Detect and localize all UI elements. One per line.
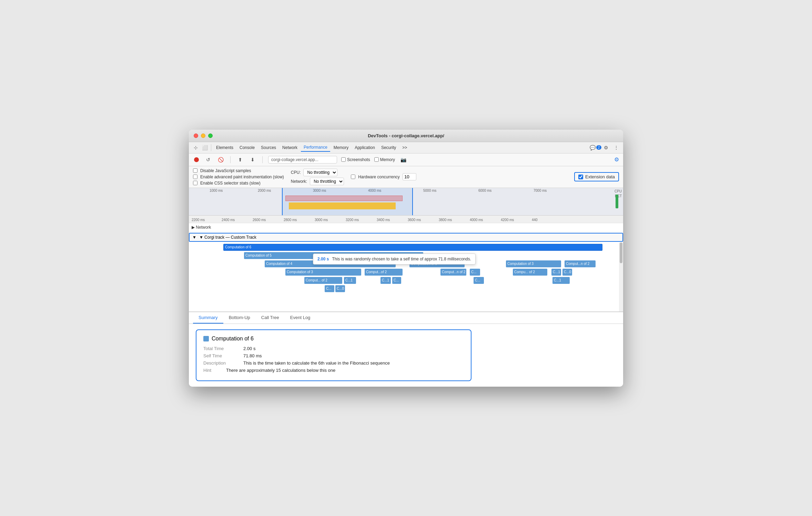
flame-block-r5-3[interactable]: C...1 <box>380 277 391 284</box>
hint-key: Hint <box>203 368 221 373</box>
tooltip: 2.00 s This is was randomly chosen to ta… <box>313 254 476 265</box>
tab-summary[interactable]: Summary <box>193 312 223 324</box>
network-track-row: ▶ Network <box>189 223 623 232</box>
network-option-label: Network: <box>291 179 307 184</box>
network-option: Network: No throttling <box>291 178 344 185</box>
flame-row-5: Comput... of 2 C...1 C...1 C... C... C..… <box>223 277 623 285</box>
hardware-value[interactable] <box>403 173 416 180</box>
rl-440: 440 <box>532 218 538 222</box>
disable-js-checkbox[interactable] <box>193 168 197 173</box>
tooltip-time: 2.00 s <box>317 257 329 261</box>
timeline-selection[interactable] <box>282 188 413 215</box>
flame-block-comp2a[interactable]: Comput...n of 2 <box>565 260 596 267</box>
vertical-scrollbar[interactable] <box>619 242 623 311</box>
record-button[interactable] <box>193 156 200 163</box>
ruler-5000: 5000 ms <box>423 189 436 192</box>
flame-block-r4-3[interactable]: Comput...n of 2 <box>440 269 466 276</box>
hardware-checkbox[interactable] <box>351 175 355 179</box>
recording-bar: ↺ 🚫 ⬆ ⬇ corgi-collage.vercel.app... Scre… <box>189 153 623 166</box>
custom-track-label: ▼ Corgi track — Custom Track <box>199 235 256 240</box>
rl-3600: 3600 ms <box>408 218 421 222</box>
flame-block-r5-2[interactable]: C...1 <box>344 277 356 284</box>
download-icon[interactable]: ⬇ <box>248 156 257 164</box>
flame-block-r4-1[interactable]: Computation of 3 <box>285 269 361 276</box>
cpu-label: CPU: <box>291 170 301 175</box>
rl-2600: 2600 ms <box>253 218 266 222</box>
cpu-option: CPU: No throttling <box>291 169 344 176</box>
settings-blue-icon[interactable]: ⚙ <box>614 157 619 162</box>
tab-sources[interactable]: Sources <box>258 144 279 151</box>
summary-total-row: Total Time 2.00 s <box>203 346 464 351</box>
reload-icon[interactable]: ↺ <box>204 156 212 164</box>
cpu-select[interactable]: No throttling <box>303 169 337 176</box>
css-stats-checkbox[interactable] <box>193 181 197 185</box>
extension-data-box: Extension data <box>574 172 619 181</box>
chat-icon[interactable]: 💬2 <box>591 143 600 152</box>
tab-memory[interactable]: Memory <box>331 144 351 151</box>
tab-network[interactable]: Network <box>280 144 300 151</box>
tab-application[interactable]: Application <box>352 144 378 151</box>
flame-block-r6-2[interactable]: C...0 <box>335 285 345 292</box>
flame-block-r4-4[interactable]: C... <box>470 269 480 276</box>
screenshots-checkbox[interactable] <box>341 157 346 162</box>
settings-icon[interactable]: ⚙ <box>602 143 610 152</box>
maximize-button[interactable] <box>208 133 213 138</box>
more-icon[interactable]: ⋮ <box>612 143 620 152</box>
camera-icon[interactable]: 📷 <box>399 156 407 164</box>
green-indicator <box>616 195 618 208</box>
rec-right: ⚙ <box>614 156 619 163</box>
device-icon[interactable]: ⬜ <box>201 143 209 152</box>
window-title: DevTools - corgi-collage.vercel.app/ <box>368 133 444 138</box>
flame-content-5: Comput... of 2 C...1 C...1 C... C... C..… <box>223 277 623 285</box>
tab-console[interactable]: Console <box>237 144 257 151</box>
timeline-bar-yellow <box>289 202 396 209</box>
tab-more[interactable]: >> <box>399 144 410 151</box>
advanced-paint-checkbox[interactable] <box>193 175 197 179</box>
minimize-button[interactable] <box>201 133 205 138</box>
flame-block-r4-2[interactable]: Comput...of 2 <box>365 269 403 276</box>
flame-block-comp3b[interactable]: Computation of 3 <box>506 260 561 267</box>
ruler-2000: 2000 ms <box>258 189 271 192</box>
inspect-icon[interactable]: ⊹ <box>192 143 200 152</box>
disable-js-label: Disable JavaScript samples <box>200 168 251 173</box>
tab-security[interactable]: Security <box>378 144 399 151</box>
tab-bottom-up[interactable]: Bottom-Up <box>223 312 256 324</box>
network-track-content <box>223 223 623 232</box>
extension-data-checkbox[interactable] <box>578 175 583 179</box>
flame-block-r6-1[interactable]: C... <box>325 285 334 292</box>
rl-2400: 2400 ms <box>222 218 235 222</box>
flame-block-r4-6[interactable]: C...1 <box>551 269 561 276</box>
flame-content-1: Computation of 6 <box>223 244 623 251</box>
flame-block-r5-5[interactable]: C... <box>474 277 484 284</box>
tab-elements[interactable]: Elements <box>213 144 236 151</box>
upload-icon[interactable]: ⬆ <box>236 156 244 164</box>
summary-color-box <box>203 336 209 341</box>
total-time-val: 2.00 s <box>243 346 255 351</box>
scrollbar-thumb[interactable] <box>620 242 622 263</box>
hardware-option: Hardware concurrency <box>351 173 416 180</box>
memory-checkbox[interactable] <box>374 157 379 162</box>
flame-block-r5-6[interactable]: C...1 <box>552 277 570 284</box>
clear-icon[interactable]: 🚫 <box>216 156 225 164</box>
rl-3800: 3800 ms <box>439 218 452 222</box>
summary-self-row: Self Time 71.80 ms <box>203 353 464 358</box>
flame-row-1: Computation of 6 <box>223 244 623 251</box>
tab-call-tree[interactable]: Call Tree <box>256 312 285 324</box>
flame-block-comp6[interactable]: Computation of 6 <box>223 244 602 251</box>
tab-performance[interactable]: Performance <box>301 143 330 152</box>
total-time-key: Total Time <box>203 346 238 351</box>
custom-track-arrow: ▼ <box>192 235 196 240</box>
flame-block-r5-1[interactable]: Comput... of 2 <box>304 277 342 284</box>
network-select[interactable]: No throttling <box>310 178 344 185</box>
flame-block-r4-5[interactable]: Compu... of 2 <box>513 269 547 276</box>
flame-block-r5-4[interactable]: C... <box>392 277 401 284</box>
close-button[interactable] <box>194 133 198 138</box>
tab-event-log[interactable]: Event Log <box>285 312 316 324</box>
custom-track-header[interactable]: ▼ ▼ Corgi track — Custom Track <box>189 233 623 242</box>
memory-label: Memory <box>380 157 395 162</box>
flame-block-r4-7[interactable]: C...0 <box>562 269 572 276</box>
network-track-label[interactable]: ▶ Network <box>189 225 223 230</box>
timeline-overview[interactable]: 1000 ms 2000 ms 3000 ms 4000 ms 5000 ms … <box>189 188 623 216</box>
advanced-paint-label: Enable advanced paint instrumentation (s… <box>200 175 284 179</box>
sep-2 <box>230 156 231 163</box>
